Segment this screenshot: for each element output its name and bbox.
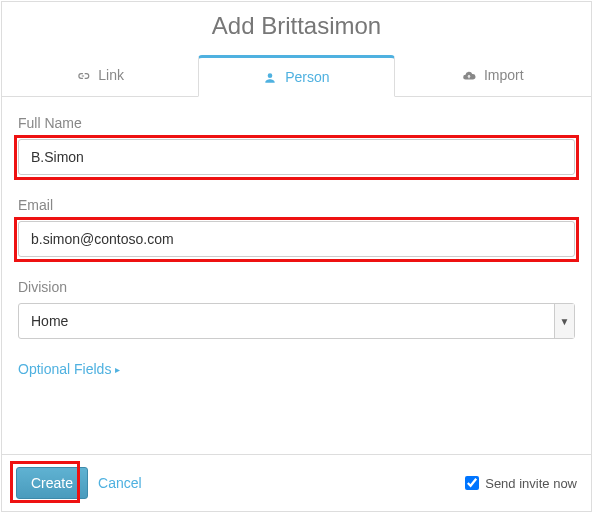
form-area: Full Name Email Division Home ▼ [2, 97, 591, 454]
division-label: Division [18, 279, 575, 295]
optional-fields-link[interactable]: Optional Fields ▸ [18, 361, 120, 377]
email-input[interactable] [18, 221, 575, 257]
full-name-input[interactable] [18, 139, 575, 175]
send-invite-group[interactable]: Send invite now [465, 476, 577, 491]
tab-import-label: Import [484, 67, 524, 83]
field-full-name: Full Name [18, 115, 575, 175]
send-invite-checkbox[interactable] [465, 476, 479, 490]
tab-person-label: Person [285, 69, 329, 85]
field-email: Email [18, 197, 575, 257]
tab-import[interactable]: Import [395, 55, 591, 97]
dialog-footer: Create Cancel Send invite now [2, 454, 591, 511]
full-name-label: Full Name [18, 115, 575, 131]
tab-person[interactable]: Person [198, 55, 394, 97]
tabs: Link Person Import [2, 54, 591, 97]
division-select[interactable]: Home [18, 303, 575, 339]
create-button[interactable]: Create [16, 467, 88, 499]
caret-right-icon: ▸ [115, 364, 120, 375]
add-user-dialog: Add Brittasimon Link Person Import Full … [1, 1, 592, 512]
cancel-link[interactable]: Cancel [98, 475, 142, 491]
optional-fields-label: Optional Fields [18, 361, 111, 377]
tab-link-label: Link [98, 67, 124, 83]
tab-link[interactable]: Link [2, 55, 198, 97]
send-invite-label: Send invite now [485, 476, 577, 491]
field-division: Division Home ▼ [18, 279, 575, 339]
person-icon [263, 71, 277, 85]
dialog-title: Add Brittasimon [2, 2, 591, 54]
link-icon [76, 69, 90, 83]
email-label: Email [18, 197, 575, 213]
cloud-upload-icon [462, 69, 476, 83]
